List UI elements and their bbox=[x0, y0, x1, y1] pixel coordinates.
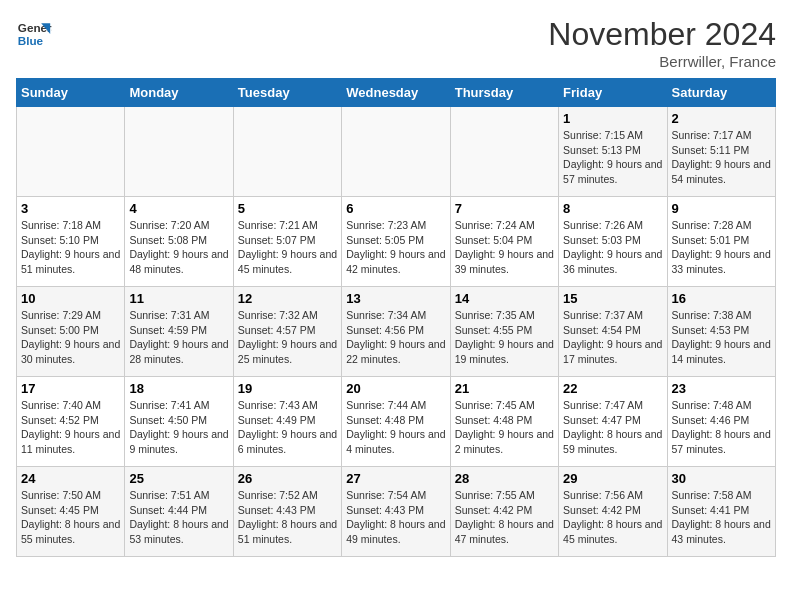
calendar-cell: 24Sunrise: 7:50 AMSunset: 4:45 PMDayligh… bbox=[17, 467, 125, 557]
week-row-4: 24Sunrise: 7:50 AMSunset: 4:45 PMDayligh… bbox=[17, 467, 776, 557]
calendar-cell: 22Sunrise: 7:47 AMSunset: 4:47 PMDayligh… bbox=[559, 377, 667, 467]
calendar-cell: 2Sunrise: 7:17 AMSunset: 5:11 PMDaylight… bbox=[667, 107, 775, 197]
calendar-cell bbox=[17, 107, 125, 197]
svg-text:Blue: Blue bbox=[18, 34, 44, 47]
weekday-header-sunday: Sunday bbox=[17, 79, 125, 107]
day-info: Sunrise: 7:58 AMSunset: 4:41 PMDaylight:… bbox=[672, 488, 771, 547]
calendar-cell: 29Sunrise: 7:56 AMSunset: 4:42 PMDayligh… bbox=[559, 467, 667, 557]
calendar-cell: 9Sunrise: 7:28 AMSunset: 5:01 PMDaylight… bbox=[667, 197, 775, 287]
day-info: Sunrise: 7:52 AMSunset: 4:43 PMDaylight:… bbox=[238, 488, 337, 547]
calendar-cell: 28Sunrise: 7:55 AMSunset: 4:42 PMDayligh… bbox=[450, 467, 558, 557]
calendar-cell: 23Sunrise: 7:48 AMSunset: 4:46 PMDayligh… bbox=[667, 377, 775, 467]
day-info: Sunrise: 7:24 AMSunset: 5:04 PMDaylight:… bbox=[455, 218, 554, 277]
calendar-cell: 8Sunrise: 7:26 AMSunset: 5:03 PMDaylight… bbox=[559, 197, 667, 287]
calendar-cell: 3Sunrise: 7:18 AMSunset: 5:10 PMDaylight… bbox=[17, 197, 125, 287]
day-number: 9 bbox=[672, 201, 771, 216]
day-info: Sunrise: 7:45 AMSunset: 4:48 PMDaylight:… bbox=[455, 398, 554, 457]
day-number: 8 bbox=[563, 201, 662, 216]
calendar-cell: 15Sunrise: 7:37 AMSunset: 4:54 PMDayligh… bbox=[559, 287, 667, 377]
day-number: 21 bbox=[455, 381, 554, 396]
day-info: Sunrise: 7:28 AMSunset: 5:01 PMDaylight:… bbox=[672, 218, 771, 277]
calendar-cell: 20Sunrise: 7:44 AMSunset: 4:48 PMDayligh… bbox=[342, 377, 450, 467]
calendar-cell: 7Sunrise: 7:24 AMSunset: 5:04 PMDaylight… bbox=[450, 197, 558, 287]
day-info: Sunrise: 7:15 AMSunset: 5:13 PMDaylight:… bbox=[563, 128, 662, 187]
day-info: Sunrise: 7:51 AMSunset: 4:44 PMDaylight:… bbox=[129, 488, 228, 547]
day-number: 2 bbox=[672, 111, 771, 126]
day-info: Sunrise: 7:20 AMSunset: 5:08 PMDaylight:… bbox=[129, 218, 228, 277]
weekday-header-tuesday: Tuesday bbox=[233, 79, 341, 107]
day-number: 25 bbox=[129, 471, 228, 486]
calendar-cell: 16Sunrise: 7:38 AMSunset: 4:53 PMDayligh… bbox=[667, 287, 775, 377]
day-info: Sunrise: 7:37 AMSunset: 4:54 PMDaylight:… bbox=[563, 308, 662, 367]
calendar-cell bbox=[125, 107, 233, 197]
day-number: 16 bbox=[672, 291, 771, 306]
month-title: November 2024 bbox=[548, 16, 776, 53]
title-area: November 2024 Berrwiller, France bbox=[548, 16, 776, 70]
weekday-header-row: SundayMondayTuesdayWednesdayThursdayFrid… bbox=[17, 79, 776, 107]
day-info: Sunrise: 7:26 AMSunset: 5:03 PMDaylight:… bbox=[563, 218, 662, 277]
day-number: 4 bbox=[129, 201, 228, 216]
calendar-cell bbox=[342, 107, 450, 197]
calendar-cell: 4Sunrise: 7:20 AMSunset: 5:08 PMDaylight… bbox=[125, 197, 233, 287]
day-info: Sunrise: 7:44 AMSunset: 4:48 PMDaylight:… bbox=[346, 398, 445, 457]
day-number: 11 bbox=[129, 291, 228, 306]
day-number: 5 bbox=[238, 201, 337, 216]
day-number: 18 bbox=[129, 381, 228, 396]
day-info: Sunrise: 7:17 AMSunset: 5:11 PMDaylight:… bbox=[672, 128, 771, 187]
page-header: General Blue November 2024 Berrwiller, F… bbox=[16, 16, 776, 70]
calendar-cell: 18Sunrise: 7:41 AMSunset: 4:50 PMDayligh… bbox=[125, 377, 233, 467]
logo-icon: General Blue bbox=[16, 16, 52, 52]
day-number: 13 bbox=[346, 291, 445, 306]
day-info: Sunrise: 7:35 AMSunset: 4:55 PMDaylight:… bbox=[455, 308, 554, 367]
calendar-cell: 6Sunrise: 7:23 AMSunset: 5:05 PMDaylight… bbox=[342, 197, 450, 287]
calendar-cell: 12Sunrise: 7:32 AMSunset: 4:57 PMDayligh… bbox=[233, 287, 341, 377]
weekday-header-thursday: Thursday bbox=[450, 79, 558, 107]
day-number: 22 bbox=[563, 381, 662, 396]
location: Berrwiller, France bbox=[548, 53, 776, 70]
day-info: Sunrise: 7:38 AMSunset: 4:53 PMDaylight:… bbox=[672, 308, 771, 367]
calendar-cell: 27Sunrise: 7:54 AMSunset: 4:43 PMDayligh… bbox=[342, 467, 450, 557]
week-row-2: 10Sunrise: 7:29 AMSunset: 5:00 PMDayligh… bbox=[17, 287, 776, 377]
weekday-header-saturday: Saturday bbox=[667, 79, 775, 107]
weekday-header-monday: Monday bbox=[125, 79, 233, 107]
day-info: Sunrise: 7:56 AMSunset: 4:42 PMDaylight:… bbox=[563, 488, 662, 547]
day-info: Sunrise: 7:47 AMSunset: 4:47 PMDaylight:… bbox=[563, 398, 662, 457]
day-number: 15 bbox=[563, 291, 662, 306]
day-number: 12 bbox=[238, 291, 337, 306]
week-row-0: 1Sunrise: 7:15 AMSunset: 5:13 PMDaylight… bbox=[17, 107, 776, 197]
calendar-cell: 5Sunrise: 7:21 AMSunset: 5:07 PMDaylight… bbox=[233, 197, 341, 287]
day-info: Sunrise: 7:55 AMSunset: 4:42 PMDaylight:… bbox=[455, 488, 554, 547]
day-number: 30 bbox=[672, 471, 771, 486]
calendar-cell: 30Sunrise: 7:58 AMSunset: 4:41 PMDayligh… bbox=[667, 467, 775, 557]
weekday-header-wednesday: Wednesday bbox=[342, 79, 450, 107]
calendar-cell: 17Sunrise: 7:40 AMSunset: 4:52 PMDayligh… bbox=[17, 377, 125, 467]
day-info: Sunrise: 7:54 AMSunset: 4:43 PMDaylight:… bbox=[346, 488, 445, 547]
day-number: 17 bbox=[21, 381, 120, 396]
calendar-cell: 19Sunrise: 7:43 AMSunset: 4:49 PMDayligh… bbox=[233, 377, 341, 467]
calendar-cell: 1Sunrise: 7:15 AMSunset: 5:13 PMDaylight… bbox=[559, 107, 667, 197]
day-info: Sunrise: 7:18 AMSunset: 5:10 PMDaylight:… bbox=[21, 218, 120, 277]
day-info: Sunrise: 7:31 AMSunset: 4:59 PMDaylight:… bbox=[129, 308, 228, 367]
day-number: 7 bbox=[455, 201, 554, 216]
day-info: Sunrise: 7:32 AMSunset: 4:57 PMDaylight:… bbox=[238, 308, 337, 367]
week-row-1: 3Sunrise: 7:18 AMSunset: 5:10 PMDaylight… bbox=[17, 197, 776, 287]
calendar-cell: 11Sunrise: 7:31 AMSunset: 4:59 PMDayligh… bbox=[125, 287, 233, 377]
day-number: 14 bbox=[455, 291, 554, 306]
day-number: 6 bbox=[346, 201, 445, 216]
day-number: 3 bbox=[21, 201, 120, 216]
calendar-cell: 26Sunrise: 7:52 AMSunset: 4:43 PMDayligh… bbox=[233, 467, 341, 557]
day-number: 23 bbox=[672, 381, 771, 396]
day-number: 1 bbox=[563, 111, 662, 126]
day-number: 19 bbox=[238, 381, 337, 396]
calendar-cell bbox=[233, 107, 341, 197]
day-info: Sunrise: 7:40 AMSunset: 4:52 PMDaylight:… bbox=[21, 398, 120, 457]
calendar-cell: 25Sunrise: 7:51 AMSunset: 4:44 PMDayligh… bbox=[125, 467, 233, 557]
day-number: 29 bbox=[563, 471, 662, 486]
calendar-cell: 10Sunrise: 7:29 AMSunset: 5:00 PMDayligh… bbox=[17, 287, 125, 377]
day-number: 27 bbox=[346, 471, 445, 486]
day-number: 10 bbox=[21, 291, 120, 306]
day-info: Sunrise: 7:21 AMSunset: 5:07 PMDaylight:… bbox=[238, 218, 337, 277]
day-number: 28 bbox=[455, 471, 554, 486]
day-info: Sunrise: 7:50 AMSunset: 4:45 PMDaylight:… bbox=[21, 488, 120, 547]
day-info: Sunrise: 7:23 AMSunset: 5:05 PMDaylight:… bbox=[346, 218, 445, 277]
